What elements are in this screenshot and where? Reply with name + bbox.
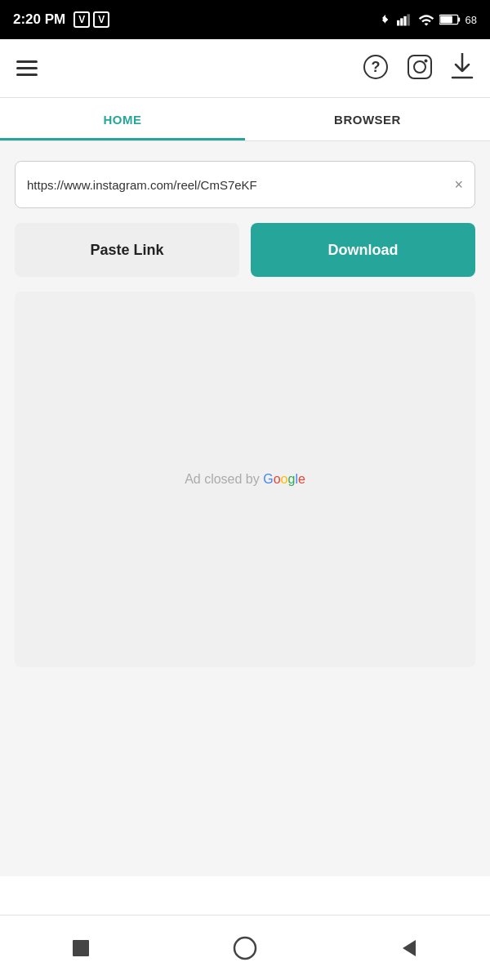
svg-rect-9 xyxy=(408,56,431,78)
help-icon[interactable]: ? xyxy=(363,54,389,83)
app-icon-v2: V xyxy=(93,11,109,28)
nav-back-button[interactable] xyxy=(398,937,421,960)
download-icon[interactable] xyxy=(451,53,474,84)
signal-icon xyxy=(397,13,413,26)
svg-rect-2 xyxy=(403,16,406,26)
status-icons: 68 xyxy=(379,11,477,28)
buttons-row: Paste Link Download xyxy=(15,223,475,277)
svg-rect-13 xyxy=(73,940,89,956)
battery-level: 68 xyxy=(466,14,477,26)
svg-point-10 xyxy=(414,61,425,73)
svg-point-14 xyxy=(234,938,256,959)
svg-rect-5 xyxy=(457,18,459,22)
instagram-icon[interactable] xyxy=(407,54,433,83)
paste-link-button[interactable]: Paste Link xyxy=(15,223,239,277)
nav-stop-button[interactable] xyxy=(69,937,92,960)
svg-rect-0 xyxy=(397,20,399,26)
app-icon-v1: V xyxy=(74,11,90,28)
download-button[interactable]: Download xyxy=(251,223,475,277)
ad-closed-text: Ad closed by xyxy=(185,472,263,486)
svg-marker-15 xyxy=(403,940,416,956)
tab-browser[interactable]: BROWSER xyxy=(245,98,490,140)
svg-point-11 xyxy=(425,59,428,62)
status-time: 2:20 PM xyxy=(13,11,65,28)
tabs: HOME BROWSER xyxy=(0,98,490,141)
bluetooth-icon xyxy=(379,11,392,28)
url-clear-button[interactable]: × xyxy=(454,176,463,194)
url-input-container: × xyxy=(15,161,475,208)
svg-rect-1 xyxy=(400,18,403,25)
nav-home-button[interactable] xyxy=(232,935,258,961)
tab-home[interactable]: HOME xyxy=(0,98,245,140)
url-input[interactable] xyxy=(27,178,448,192)
main-content: × Paste Link Download Ad closed by Googl… xyxy=(0,141,490,876)
ad-container: Ad closed by Google xyxy=(15,292,475,667)
svg-rect-3 xyxy=(407,14,409,25)
svg-rect-6 xyxy=(440,16,452,24)
svg-text:?: ? xyxy=(372,59,381,75)
app-header: ? xyxy=(0,39,490,98)
ad-google-brand: Google xyxy=(263,472,305,486)
status-bar: 2:20 PM V V 68 xyxy=(0,0,490,39)
battery-icon xyxy=(439,13,461,26)
bottom-nav xyxy=(0,915,490,980)
hamburger-menu[interactable] xyxy=(16,60,38,76)
wifi-icon xyxy=(418,13,434,26)
